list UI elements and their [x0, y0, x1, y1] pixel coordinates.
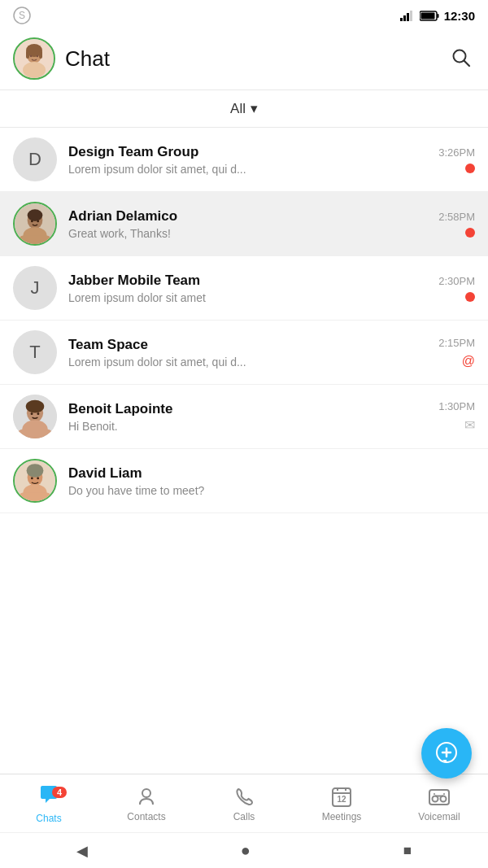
chat-meta: 1:30PM ✉ — [438, 400, 475, 433]
search-icon — [451, 47, 472, 68]
chat-name: Design Team Group — [68, 144, 430, 160]
svg-rect-3 — [403, 15, 406, 21]
svg-point-23 — [31, 220, 33, 223]
chat-item[interactable]: D Design Team Group Lorem ipsum dolor si… — [0, 128, 488, 192]
status-bar-left: S — [13, 7, 31, 24]
svg-point-29 — [26, 400, 45, 413]
avatar-letter: D — [28, 149, 41, 170]
filter-button[interactable]: All ▾ — [230, 100, 258, 117]
filter-label: All — [230, 101, 246, 117]
svg-rect-13 — [26, 50, 29, 59]
nav-item-chats[interactable]: 4 Chats — [0, 777, 98, 831]
back-icon: ◀ — [76, 842, 88, 860]
svg-point-30 — [31, 412, 33, 415]
recent-button[interactable]: ■ — [399, 838, 416, 864]
sent-indicator: ✉ — [464, 417, 475, 433]
nav-label-chats: Chats — [36, 813, 61, 824]
status-bar: S 12:30 — [0, 0, 488, 31]
nav-item-voicemail[interactable]: Voicemail — [390, 779, 488, 829]
chat-content: Adrian Delamico Great work, Thanks! — [68, 208, 430, 240]
svg-point-37 — [31, 478, 33, 480]
nav-label-meetings: Meetings — [322, 811, 362, 822]
svg-rect-5 — [410, 11, 412, 21]
svg-rect-14 — [39, 50, 42, 59]
chat-item[interactable]: Adrian Delamico Great work, Thanks! 2:58… — [0, 192, 488, 256]
chats-badge: 4 — [52, 787, 67, 798]
contacts-icon — [135, 785, 158, 808]
chat-content: Jabber Mobile Team Lorem ipsum dolor sit… — [68, 273, 430, 304]
nav-item-calls[interactable]: Calls — [195, 779, 293, 829]
nav-label-calls: Calls — [233, 811, 255, 822]
chat-item[interactable]: Benoit Lapointe Hi Benoit. 1:30PM ✉ — [0, 385, 488, 449]
recent-icon: ■ — [403, 843, 412, 859]
status-bar-right: 12:30 — [400, 9, 475, 23]
chat-preview: Do you have time to meet? — [68, 484, 467, 497]
svg-point-31 — [37, 412, 39, 415]
header: Chat — [0, 31, 488, 90]
svg-rect-2 — [400, 18, 403, 21]
battery-icon — [420, 11, 439, 21]
svg-point-24 — [37, 220, 39, 223]
unread-dot — [465, 228, 475, 238]
meetings-icon: 12 — [330, 785, 353, 808]
signal-icon — [400, 10, 415, 21]
svg-point-16 — [37, 55, 38, 57]
nav-item-contacts[interactable]: Contacts — [98, 779, 195, 829]
chat-time: 2:30PM — [438, 275, 475, 287]
chat-content: Team Space Lorem ipsum dolor sit amet, q… — [68, 337, 430, 369]
status-time: 12:30 — [444, 9, 475, 23]
home-button[interactable]: ● — [236, 836, 255, 865]
chat-content: Design Team Group Lorem ipsum dolor sit … — [68, 144, 430, 176]
svg-rect-4 — [407, 13, 409, 21]
mention-indicator: @ — [462, 354, 475, 369]
chat-preview: Lorem ipsum dolor sit amet, qui d... — [68, 163, 430, 176]
avatar-letter: J — [31, 277, 40, 299]
filter-row: All ▾ — [0, 90, 488, 128]
chat-meta: 2:58PM — [438, 211, 475, 238]
chevron-down-icon: ▾ — [251, 100, 258, 117]
chat-content: David Liam Do you have time to meet? — [68, 465, 467, 497]
new-chat-icon — [434, 741, 459, 765]
chat-list: D Design Team Group Lorem ipsum dolor si… — [0, 128, 488, 513]
svg-point-15 — [30, 55, 32, 57]
svg-point-43 — [142, 789, 150, 797]
user-avatar[interactable] — [13, 37, 55, 80]
new-chat-fab[interactable] — [421, 728, 472, 779]
chat-preview: Great work, Thanks! — [68, 227, 430, 240]
svg-point-51 — [441, 796, 447, 801]
nav-label-contacts: Contacts — [127, 811, 165, 822]
nav-label-voicemail: Voicemail — [418, 811, 460, 822]
svg-point-36 — [27, 464, 44, 478]
svg-point-38 — [37, 478, 39, 480]
chat-preview: Hi Benoit. — [68, 420, 430, 433]
search-button[interactable] — [447, 44, 475, 74]
header-title: Chat — [65, 46, 110, 72]
chat-item[interactable]: David Liam Do you have time to meet? — [0, 449, 488, 513]
chat-preview: Lorem ipsum dolor sit amet, qui d... — [68, 355, 430, 369]
voicemail-icon — [428, 785, 451, 808]
nav-item-meetings[interactable]: 12 Meetings — [293, 779, 390, 829]
chat-avatar — [13, 202, 57, 246]
svg-rect-39 — [19, 493, 51, 501]
chat-name: Team Space — [68, 337, 430, 353]
svg-point-22 — [28, 209, 43, 221]
chat-time: 3:26PM — [438, 146, 475, 159]
home-icon: ● — [241, 841, 251, 860]
chat-time: 2:58PM — [438, 211, 475, 223]
chat-preview: Lorem ipsum dolor sit amet — [68, 291, 430, 304]
chat-avatar — [13, 459, 57, 503]
header-left: Chat — [13, 37, 110, 80]
svg-text:12: 12 — [337, 795, 346, 804]
system-nav: ◀ ● ■ — [0, 832, 488, 868]
chat-content: Benoit Lapointe Hi Benoit. — [68, 401, 430, 433]
chat-time: 1:30PM — [438, 400, 475, 412]
svg-rect-25 — [19, 236, 51, 244]
back-button[interactable]: ◀ — [72, 837, 93, 865]
svg-line-18 — [464, 60, 470, 66]
chat-name: David Liam — [68, 465, 467, 482]
svg-point-11 — [23, 62, 46, 78]
chat-item[interactable]: T Team Space Lorem ipsum dolor sit amet,… — [0, 321, 488, 385]
chat-item[interactable]: J Jabber Mobile Team Lorem ipsum dolor s… — [0, 256, 488, 321]
chat-name: Benoit Lapointe — [68, 401, 430, 417]
svg-rect-7 — [437, 14, 438, 18]
